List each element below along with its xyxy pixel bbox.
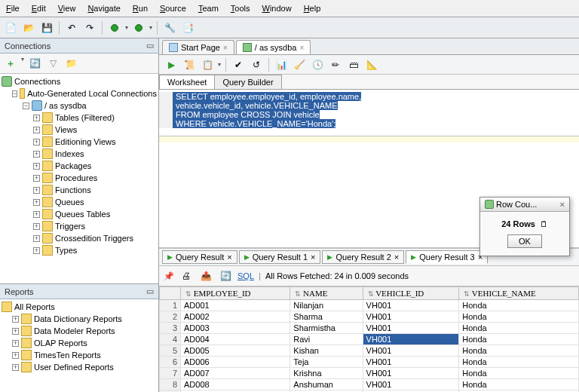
tree-item[interactable]: +TimesTen Reports (2, 349, 157, 361)
action1-icon[interactable]: 🔧 (162, 20, 177, 35)
filter-icon[interactable]: ▽ (45, 56, 60, 71)
tree-item[interactable]: +Types (2, 244, 157, 256)
dropdown-icon[interactable]: ▾ (218, 61, 221, 68)
explain-icon[interactable]: 📋 (200, 57, 215, 72)
result-tab[interactable]: ▶Query Result 3× (406, 250, 488, 264)
table-row[interactable]: 5AD005KishanVH001Honda (160, 345, 579, 357)
format-icon[interactable]: 📐 (364, 57, 379, 72)
panel-collapse-icon[interactable]: ▭ (146, 286, 154, 296)
print-icon[interactable]: 🖨 (179, 268, 194, 283)
redo-icon[interactable]: ↷ (82, 20, 97, 35)
worksheet-subtabs: Worksheet Query Builder (159, 75, 579, 90)
folder-icon[interactable]: 📁 (63, 56, 78, 71)
tree-item[interactable]: +Queues (2, 196, 157, 208)
close-icon[interactable]: × (394, 253, 399, 262)
left-pane: Connections ▭ ＋ ▾ 🔄 ▽ 📁 Connections −Aut… (0, 38, 159, 392)
tab-connection[interactable]: / as sysdba× (236, 40, 311, 54)
dropdown-icon[interactable]: ▾ (125, 24, 128, 31)
tree-item[interactable]: +Editioning Views (2, 136, 157, 148)
column-header[interactable]: ⇅ EMPLOYEE_ID (181, 287, 290, 300)
result-tab[interactable]: ▶Query Result 2× (322, 250, 404, 264)
menu-edit[interactable]: Edit (26, 2, 52, 15)
tree-item[interactable]: +Procedures (2, 172, 157, 184)
close-icon[interactable]: × (223, 44, 228, 52)
column-header[interactable]: ⇅ NAME (290, 287, 363, 300)
column-header[interactable]: ⇅ VEHICLE_NAME (459, 287, 579, 300)
close-icon[interactable]: × (311, 253, 315, 262)
tree-autogen[interactable]: −Auto-Generated Local Connections (2, 87, 157, 100)
clear-icon[interactable]: 🧹 (292, 57, 307, 72)
refresh-icon[interactable]: 🔄 (218, 268, 233, 283)
new-icon[interactable]: 📄 (3, 20, 18, 35)
menu-help[interactable]: Help (298, 2, 327, 15)
subtab-query-builder[interactable]: Query Builder (214, 75, 281, 89)
menu-view[interactable]: View (52, 2, 82, 15)
add-connection-icon[interactable]: ＋ (3, 56, 18, 71)
history-icon[interactable]: 🕓 (310, 57, 325, 72)
column-header[interactable]: ⇅ VEHICLE_ID (363, 287, 459, 300)
dbms-icon[interactable]: 🗃 (346, 57, 361, 72)
menu-tools[interactable]: Tools (225, 2, 256, 15)
refresh-icon[interactable]: 🔄 (27, 56, 42, 71)
nav-back-icon[interactable] (107, 20, 122, 35)
close-icon[interactable]: × (299, 44, 304, 52)
ok-button[interactable]: OK (507, 234, 542, 248)
dropdown-icon[interactable]: ▾ (21, 56, 24, 71)
table-row[interactable]: 6AD006TejaVH001Honda (160, 357, 579, 368)
tree-item[interactable]: +OLAP Reports (2, 337, 157, 349)
close-icon[interactable]: × (227, 253, 231, 262)
run-script-icon[interactable]: 📜 (182, 57, 197, 72)
result-grid[interactable]: ⇅ EMPLOYEE_ID⇅ NAME⇅ VEHICLE_ID⇅ VEHICLE… (159, 286, 579, 392)
dialog-titlebar[interactable]: Row Cou... × (480, 198, 569, 212)
tree-item[interactable]: All Reports (2, 301, 157, 313)
table-row[interactable]: 8AD008AnshumanVH001Honda (160, 379, 579, 390)
table-row[interactable]: 2AD002SharmaVH001Honda (160, 311, 579, 323)
result-tab[interactable]: ▶Query Result 1× (239, 250, 321, 264)
tab-start-page[interactable]: Start Page× (162, 40, 234, 54)
menu-window[interactable]: Window (256, 2, 297, 15)
tree-item[interactable]: +Data Dictionary Reports (2, 313, 157, 325)
tree-item[interactable]: +User Defined Reports (2, 361, 157, 373)
rollback-icon[interactable]: ↺ (249, 57, 264, 72)
export-icon[interactable]: 📤 (198, 268, 213, 283)
tree-item[interactable]: +Queues Tables (2, 208, 157, 220)
table-row[interactable]: 3AD003SharmisthaVH001Honda (160, 323, 579, 334)
result-tab[interactable]: ▶Query Result× (162, 250, 237, 264)
close-icon[interactable]: × (560, 200, 565, 209)
tree-item[interactable]: +Views (2, 124, 157, 136)
tree-item[interactable]: +Functions (2, 184, 157, 196)
panel-collapse-icon[interactable]: ▭ (146, 41, 154, 51)
pin-icon[interactable]: 📌 (164, 271, 174, 281)
action2-icon[interactable]: 📑 (180, 20, 195, 35)
tree-item[interactable]: +Tables (Filtered) (2, 112, 157, 124)
undo-icon[interactable]: ↶ (64, 20, 79, 35)
menu-run[interactable]: Run (127, 2, 154, 15)
tree-item[interactable]: +Triggers (2, 220, 157, 232)
open-icon[interactable]: 📂 (21, 20, 36, 35)
save-icon[interactable]: 💾 (39, 20, 54, 35)
sql-link[interactable]: SQL (237, 271, 254, 280)
nav-fwd-icon[interactable] (131, 20, 146, 35)
table-row[interactable]: 4AD004RaviVH001Honda (160, 334, 579, 345)
menu-team[interactable]: Team (192, 2, 225, 15)
tree-connection[interactable]: −/ as sysdba (2, 100, 157, 112)
separator (102, 21, 103, 35)
menu-source[interactable]: Source (154, 2, 192, 15)
tree-item[interactable]: +Packages (2, 160, 157, 172)
tree-root[interactable]: Connections (2, 75, 157, 87)
snippet-icon[interactable]: ✏ (328, 57, 343, 72)
dropdown-icon[interactable]: ▾ (149, 24, 152, 31)
run-icon[interactable]: ▶ (164, 57, 179, 72)
table-row[interactable]: 1AD001NilanjanVH001Honda (160, 300, 579, 311)
reports-tree: All Reports +Data Dictionary Reports+Dat… (0, 299, 158, 392)
menu-navigate[interactable]: Navigate (81, 2, 126, 15)
commit-icon[interactable]: ✔ (231, 57, 246, 72)
menu-file[interactable]: File (0, 2, 26, 15)
sql-editor[interactable]: SELECT employee.employee_id, employee.na… (159, 90, 579, 136)
subtab-worksheet[interactable]: Worksheet (159, 75, 215, 89)
tree-item[interactable]: +Crossedition Triggers (2, 232, 157, 244)
tree-item[interactable]: +Data Modeler Reports (2, 325, 157, 337)
tree-item[interactable]: +Indexes (2, 148, 157, 160)
table-row[interactable]: 7AD007KrishnaVH001Honda (160, 368, 579, 379)
autotrace-icon[interactable]: 📊 (274, 57, 289, 72)
